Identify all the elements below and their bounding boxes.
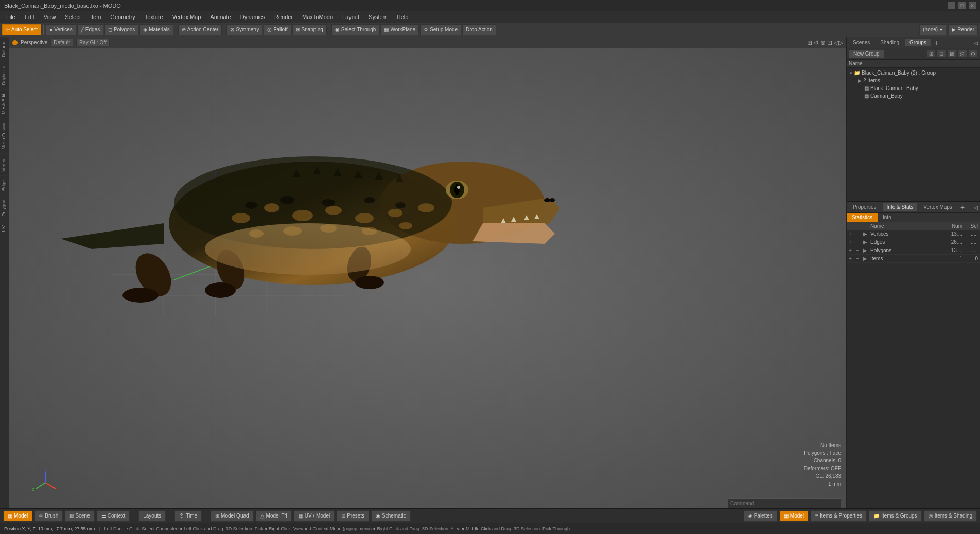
viewport-refresh-icon[interactable]: ↺ [814,39,819,46]
tab-shading[interactable]: Shading [876,39,903,46]
tab-uv-model[interactable]: ▦ UV / Model [294,510,335,522]
minus-items-btn[interactable]: − [856,256,863,261]
menu-animate[interactable]: Animate [206,13,235,21]
tab-model-quad[interactable]: ⊞ Model Quad [211,510,253,522]
menu-view[interactable]: View [40,13,60,21]
sidebar-item-mesh-edit[interactable]: Mesh Edit [0,89,9,118]
sidebar-item-polygon[interactable]: Polygon [0,195,9,221]
materials-button[interactable]: ◈ Materials [139,24,173,35]
expand-vertices-btn[interactable]: ▶ [863,231,870,237]
info-tab[interactable]: Info [878,213,897,222]
edges-button[interactable]: ╱ Edges [77,24,103,35]
minus-polygons-btn[interactable]: − [856,247,863,253]
polygons-button[interactable]: ◻ Polygons [104,24,138,35]
tab-model-tri[interactable]: △ Model Tri [256,510,292,522]
tab-context[interactable]: ☰ Context [97,510,130,522]
tab-items-groups[interactable]: 📁 Items & Groups [869,510,921,522]
sidebar-item-duplicate[interactable]: Duplicate [0,61,9,90]
tab-model[interactable]: ▦ Model [3,510,32,522]
tab-brush[interactable]: ✏ Brush [34,510,63,522]
viewport-zoom-icon[interactable]: ⊕ [820,39,826,46]
stats-row-vertices[interactable]: + − ▶ Vertices 13.... ..... [847,230,980,238]
tab-schematic[interactable]: ◉ Schematic [371,510,411,522]
tree-row-caiman-baby[interactable]: ▦ Caiman_Baby [848,92,979,100]
action-center-button[interactable]: ⊕ Action Center [178,24,222,35]
minus-vertices-btn[interactable]: − [856,231,863,237]
viewport-fit-icon[interactable]: ⊡ [827,39,832,46]
properties-expand-icon[interactable]: ◁ [974,205,978,210]
setup-mode-button[interactable]: ⚙ Setup Mode [420,24,461,35]
menu-select[interactable]: Select [61,13,85,21]
maximize-button[interactable]: □ [958,2,966,9]
sidebar-item-vertex[interactable]: Vertex [0,154,9,176]
stats-row-edges[interactable]: + − ▶ Edges 26.... ..... [847,238,980,246]
tab-properties[interactable]: Properties [849,203,881,211]
tab-vertex-maps[interactable]: Vertex Maps [919,203,956,211]
select-through-button[interactable]: ◉ Select Through [331,24,380,35]
tab-layouts[interactable]: Layouts [138,510,166,522]
tab-scene[interactable]: ⊞ Scene [65,510,94,522]
tab-presets[interactable]: ⊡ Presets [337,510,369,522]
tab-items-properties[interactable]: ≡ Items & Properties [811,510,867,522]
groups-icon-btn-5[interactable]: ⚙ [968,50,978,58]
menu-system[interactable]: System [364,13,392,21]
viewport-raygl-btn[interactable]: Ray GL: Off [76,39,110,46]
menu-dynamics[interactable]: Dynamics [236,13,269,21]
viewport-canvas[interactable]: X Y Z No Items Polygons : Face Channels:… [9,48,846,508]
expand-polygons-btn[interactable]: ▶ [863,247,870,253]
add-items-btn[interactable]: + [849,256,856,261]
stats-row-items[interactable]: + − ▶ Items 1 0 [847,255,980,263]
groups-icon-btn-3[interactable]: ⊠ [947,50,956,58]
sidebar-item-deform[interactable]: Deform [0,37,9,61]
sidebar-item-mesh-fusion[interactable]: Mesh Fusion [0,118,9,154]
statistics-tab[interactable]: Statistics [847,213,878,222]
add-edges-btn[interactable]: + [849,239,856,245]
viewport-expand-icon[interactable]: ◁▷ [834,39,843,46]
panel-expand-icon[interactable]: ◁ [974,40,978,46]
menu-item[interactable]: Item [86,13,105,21]
render-button[interactable]: ▶ Render [948,24,978,35]
tree-row-black-caiman-baby[interactable]: ▦ Black_Caiman_Baby [848,84,979,92]
menu-geometry[interactable]: Geometry [106,13,139,21]
viewport-grid-icon[interactable]: ⊞ [807,39,812,46]
tab-groups[interactable]: Groups [905,39,931,46]
sidebar-item-edge[interactable]: Edge [0,175,9,195]
sidebar-item-uv[interactable]: UV [0,221,9,236]
tab-palettes[interactable]: ◈ Palettes [744,510,777,522]
drop-action-button[interactable]: Drop Action [462,24,496,35]
menu-texture[interactable]: Texture [141,13,167,21]
menu-maxtomodo[interactable]: MaxToModo [298,13,337,21]
add-vertices-btn[interactable]: + [849,231,856,237]
snapping-button[interactable]: ⊞ Snapping [292,24,327,35]
expand-edges-btn[interactable]: ▶ [863,239,870,245]
viewport-perspective-label[interactable]: Perspective [21,40,47,45]
add-properties-tab-button[interactable]: + [958,203,967,211]
close-button[interactable]: ✕ [969,2,976,9]
falloff-button[interactable]: ◎ Falloff [264,24,291,35]
render-dropdown[interactable]: (none) ▾ [919,24,946,35]
tree-row-caiman-group[interactable]: ▾ 📁 Black_Caiman_Baby (2) : Group [848,69,979,77]
symmetry-button[interactable]: ⊠ Symmetry [226,24,262,35]
groups-icon-btn-1[interactable]: ⊞ [926,50,936,58]
menu-help[interactable]: Help [393,13,413,21]
menu-layout[interactable]: Layout [338,13,363,21]
menu-vertexmap[interactable]: Vertex Map [168,13,205,21]
auto-select-button[interactable]: ⊹ Auto Select [2,24,41,35]
command-input[interactable] [728,498,841,508]
menu-file[interactable]: File [2,13,20,21]
vertices-button[interactable]: ● Vertices [46,24,76,35]
groups-icon-btn-4[interactable]: ◎ [957,50,967,58]
tab-scenes[interactable]: Scenes [849,39,874,46]
tab-info-stats[interactable]: Info & Stats [883,203,918,211]
menu-render[interactable]: Render [270,13,297,21]
tab-model-right[interactable]: ▦ Model [779,510,809,522]
tree-row-items-count[interactable]: ▶ 2 Items [848,77,979,84]
menu-edit[interactable]: Edit [21,13,39,21]
minimize-button[interactable]: — [948,2,955,9]
minus-edges-btn[interactable]: − [856,239,863,245]
viewport-preset-btn[interactable]: Default [50,39,73,46]
tab-items-shading[interactable]: ◎ Items & Shading [924,510,977,522]
stats-row-polygons[interactable]: + − ▶ Polygons 13.... ..... [847,246,980,255]
groups-icon-btn-2[interactable]: ⊡ [937,50,946,58]
workplane-button[interactable]: ▦ WorkPlane [380,24,419,35]
